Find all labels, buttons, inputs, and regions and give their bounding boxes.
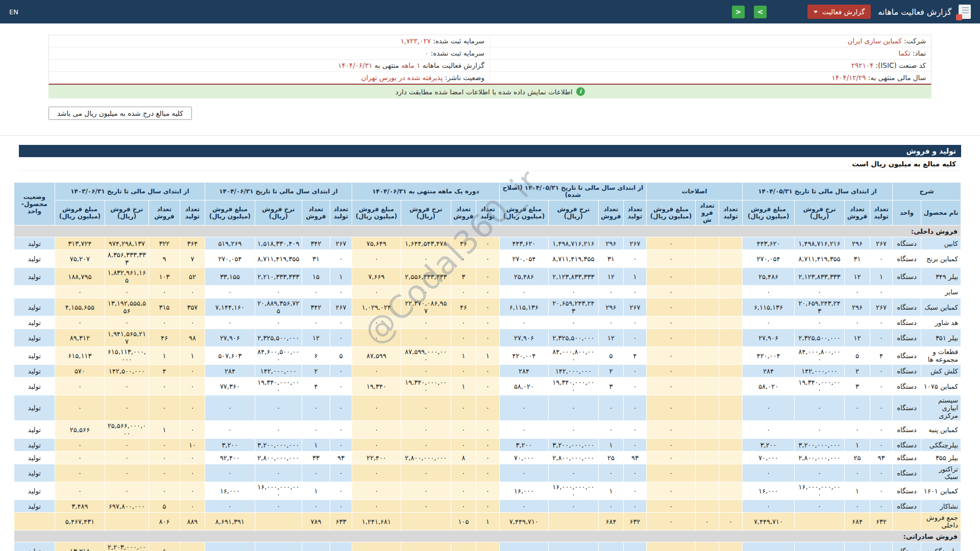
value-cell: ۶۳۲ xyxy=(870,513,892,531)
value-cell: ۰ xyxy=(646,298,695,316)
value-cell: ۷۵,۶۴۹ xyxy=(352,237,401,250)
value-cell: ۲۵,۴۸۶ xyxy=(499,268,548,286)
value-cell: ۸۴,۰۰۰,۸۰۰,۰۰۰ xyxy=(794,347,844,365)
prev-report-button[interactable]: < xyxy=(732,6,745,18)
unit-cell: دستگاه xyxy=(892,250,921,268)
value-cell xyxy=(695,439,719,452)
value-cell: ۰ xyxy=(794,542,844,551)
value-cell xyxy=(719,482,742,500)
registered-capital-cell: سرمایه ثبت شده: ۱,۷۲۳,۰۲۷ xyxy=(49,35,490,47)
value-cell: ۰ xyxy=(149,439,180,452)
product-name-cell: کمباین برنج xyxy=(921,250,961,268)
value-cell: ۵۷۰ xyxy=(55,365,105,378)
value-cell: ۰ xyxy=(352,316,401,329)
value-cell: ۰ xyxy=(352,250,401,268)
value-cell: ۰ xyxy=(205,464,255,482)
section-label: فروش داخلی: xyxy=(14,226,961,237)
fiscal-year-cell: سال مالی منتهی به: ۱۴۰۴/۱۲/۲۹ xyxy=(490,72,931,84)
value-cell: ۱,۶۴۴,۵۴۳,۴۷۸ xyxy=(401,237,451,250)
value-cell: ۶۱۵,۱۱۳,۰۰۰,۰۰۰ xyxy=(105,347,149,365)
product-name-cell: کابین xyxy=(921,237,961,250)
value-cell: ۴۴۳,۶۲۰ xyxy=(499,237,548,250)
value-cell: ۱,۹۴۱,۵۶۵,۲۱۷ xyxy=(105,329,149,347)
value-cell: ۴,۱۵۵,۶۵۵ xyxy=(55,298,105,316)
value-cell: ۲۷۰,۰۵۴ xyxy=(205,250,255,268)
value-cell: ۲ xyxy=(844,365,870,378)
report-main: تولید و فروش کلیه مبالغ به میلیون ریال ا… xyxy=(19,145,961,551)
value-cell xyxy=(719,542,742,551)
value-cell: ۰ xyxy=(499,542,548,551)
value-cell: ۰ xyxy=(794,421,844,439)
company-name-cell: شرکت: کمباین سازی ایران xyxy=(490,35,931,47)
value-cell: ۳۴۲ xyxy=(302,298,330,316)
section-title-bar: تولید و فروش xyxy=(19,145,961,157)
value-cell: ۲۸۴ xyxy=(205,365,255,378)
value-cell: ۰ xyxy=(55,286,105,298)
unit-cell: دستگاه xyxy=(892,421,921,439)
value-cell: ۷۰,۰۰۰ xyxy=(499,452,548,464)
table-row: کمباین ۱۶۰۱دستگاه۰۱۱۶,۰۰۰,۰۰۰,۰۰۰۱۶,۰۰۰۰… xyxy=(14,482,961,500)
value-cell: ۰ xyxy=(742,395,794,421)
product-name-cell: بیلرچنگکی xyxy=(921,542,961,551)
product-name-cell: نشاکار xyxy=(921,500,961,513)
value-cell: ۵۱۹,۲۶۹ xyxy=(205,237,255,250)
value-cell: ۰ xyxy=(646,268,695,286)
value-cell: ۲,۵۵۶,۳۳۳,۳۳۳ xyxy=(401,268,451,286)
value-cell: ۰ xyxy=(646,421,695,439)
value-cell xyxy=(719,378,742,395)
value-cell: ۰ xyxy=(352,395,401,421)
value-cell: ۳,۴۸۹ xyxy=(55,500,105,513)
value-cell: ۷,۱۴۴,۱۶۰ xyxy=(205,298,255,316)
value-cell xyxy=(719,452,742,464)
value-cell: ۰ xyxy=(623,482,646,500)
value-cell: ۱ xyxy=(598,482,623,500)
value-cell: ۸,۳۵۶,۳۳۳,۳۳۳ xyxy=(105,250,149,268)
value-cell: ۰ xyxy=(205,500,255,513)
value-cell: ۳,۲۰۰,۰۰۰,۰۰۰ xyxy=(548,439,598,452)
value-cell: ۰ xyxy=(205,395,255,421)
issuer-status-cell: وضعیت ناشر: پذیرفته شده در بورس تهران xyxy=(49,72,490,84)
column-header: نرخ فروش (ریال) xyxy=(794,201,844,226)
value-cell: ۱۶,۰۰۰,۰۰۰,۰۰۰ xyxy=(794,482,844,500)
status-cell: تولید xyxy=(14,298,55,316)
language-toggle[interactable]: EN xyxy=(9,8,18,16)
value-cell: ۳۱ xyxy=(598,250,623,268)
value-cell: ۰ xyxy=(476,268,499,286)
value-cell: ۱۲ xyxy=(598,329,623,347)
value-cell: ۳۱ xyxy=(844,250,870,268)
next-report-button[interactable]: > xyxy=(754,6,767,18)
value-cell: ۹ xyxy=(149,250,180,268)
value-cell: ۲,۸۰۰,۰۰۰,۰۰۰ xyxy=(794,452,844,464)
value-cell xyxy=(695,378,719,395)
value-cell: ۸,۶۹۱,۳۹۱ xyxy=(205,513,255,531)
value-cell: ۰ xyxy=(499,500,548,513)
value-cell: ۰ xyxy=(870,542,892,551)
value-cell xyxy=(695,482,719,500)
value-cell: ۹۷۴,۲۹۸,۱۳۷ xyxy=(105,237,149,250)
value-cell: ۰ xyxy=(180,464,205,482)
value-cell: ۰ xyxy=(105,316,149,329)
symbol-cell: نماد: تکما xyxy=(490,47,931,59)
value-cell: ۱۳,۱۹۲,۵۵۵,۵۵۶ xyxy=(105,298,149,316)
value-cell: ۰ xyxy=(476,439,499,452)
value-cell: ۰ xyxy=(401,421,451,439)
column-header: نرخ فروش (ریال) xyxy=(548,201,598,226)
value-cell: ۱ xyxy=(149,421,180,439)
value-cell xyxy=(401,513,451,531)
value-cell: ۱ xyxy=(451,347,476,365)
report-type-dropdown[interactable]: گزارش فعالیت xyxy=(807,5,871,19)
value-cell: ۲۵,۵۶۶ xyxy=(55,421,105,439)
column-header: تعداد فروش xyxy=(451,201,476,226)
field-label: وضعیت ناشر: xyxy=(445,73,484,82)
column-header: نرخ فروش (ریال) xyxy=(255,201,302,226)
field-label: نماد: xyxy=(913,49,926,57)
value-cell: ۱۹,۳۴۰,۰۰۰,۰۰۰ xyxy=(401,378,451,395)
value-cell: ۰ xyxy=(870,464,892,482)
value-cell: ۰ xyxy=(598,395,623,421)
value-cell: ۰ xyxy=(451,395,476,421)
value-cell: ۰ xyxy=(476,395,499,421)
report-icon xyxy=(959,5,971,19)
value-cell: ۰ xyxy=(646,347,695,365)
unit-cell: دستگاه xyxy=(892,542,921,551)
value-cell: ۲۷۰,۰۵۴ xyxy=(499,250,548,268)
